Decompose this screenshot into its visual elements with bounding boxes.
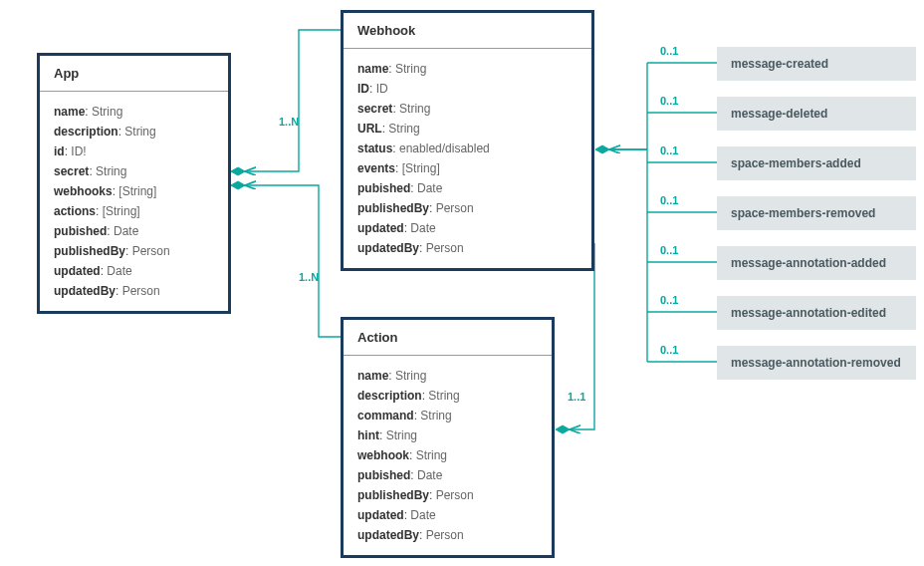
entity-webhook-title: Webhook	[344, 13, 591, 49]
event-message-annotation-removed: message-annotation-removed	[717, 346, 916, 380]
event-space-members-removed: space-members-removed	[717, 196, 916, 230]
entity-action-title: Action	[344, 320, 552, 356]
event-message-annotation-added: message-annotation-added	[717, 246, 916, 280]
mult-event-0: 0..1	[660, 45, 678, 57]
event-message-annotation-edited: message-annotation-edited	[717, 296, 916, 330]
entity-app: App name: String description: String id:…	[37, 53, 231, 314]
entity-webhook-fields: name: String ID: ID secret: String URL: …	[344, 49, 591, 268]
mult-event-2: 0..1	[660, 144, 678, 156]
event-message-deleted: message-deleted	[717, 97, 916, 131]
mult-event-6: 0..1	[660, 344, 678, 356]
mult-action-webhook: 1..1	[568, 391, 585, 403]
mult-app-action: 1..N	[299, 271, 319, 283]
event-space-members-added: space-members-added	[717, 146, 916, 180]
mult-event-4: 0..1	[660, 244, 678, 256]
mult-event-1: 0..1	[660, 95, 678, 107]
entity-action-fields: name: String description: String command…	[344, 356, 552, 555]
event-message-created: message-created	[717, 47, 916, 81]
entity-action: Action name: String description: String …	[341, 317, 555, 558]
entity-app-title: App	[40, 56, 228, 92]
mult-app-webhook: 1..N	[279, 116, 299, 128]
entity-webhook: Webhook name: String ID: ID secret: Stri…	[341, 10, 594, 271]
mult-event-3: 0..1	[660, 194, 678, 206]
mult-event-5: 0..1	[660, 294, 678, 306]
entity-app-fields: name: String description: String id: ID!…	[40, 92, 228, 311]
